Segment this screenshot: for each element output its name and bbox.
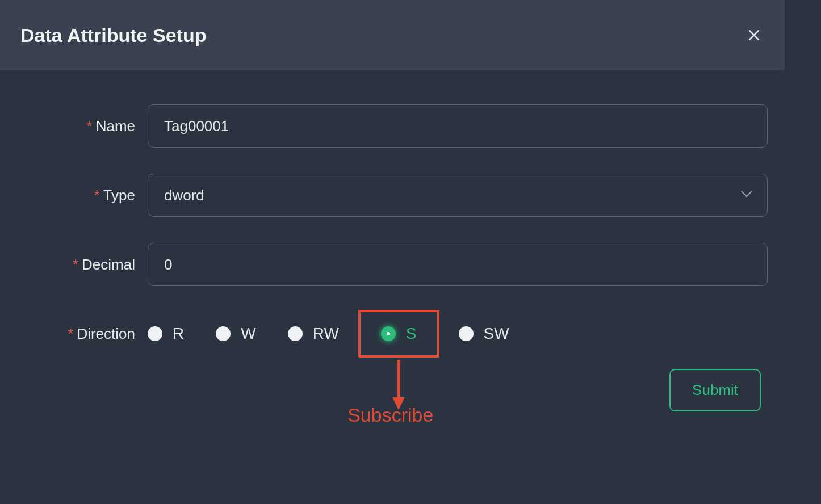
- dialog-title: Data Attribute Setup: [20, 24, 206, 47]
- radio-circle: [288, 326, 303, 341]
- radio-option-s[interactable]: S: [371, 325, 427, 343]
- radio-circle-selected: [381, 326, 396, 341]
- type-label: *Type: [17, 187, 148, 204]
- required-asterisk: *: [68, 325, 73, 342]
- radio-option-rw[interactable]: RW: [288, 325, 339, 343]
- name-label: *Name: [17, 117, 148, 135]
- radio-label-w: W: [241, 325, 255, 343]
- radio-label-s: S: [406, 325, 417, 343]
- type-select[interactable]: dword: [148, 174, 768, 217]
- close-icon[interactable]: [746, 27, 762, 43]
- direction-radio-group: R W RW S SW: [148, 312, 768, 355]
- type-label-text: Type: [103, 187, 135, 204]
- radio-circle: [216, 326, 231, 341]
- required-asterisk: *: [87, 117, 93, 135]
- dialog-body: *Name *Type dword *Decimal: [0, 70, 785, 448]
- radio-label-sw: SW: [484, 325, 509, 343]
- radio-label-rw: RW: [313, 325, 339, 343]
- name-label-text: Name: [96, 117, 135, 135]
- radio-option-w[interactable]: W: [216, 325, 255, 343]
- form-row-decimal: *Decimal: [17, 243, 768, 286]
- required-asterisk: *: [73, 256, 78, 273]
- dialog-footer: Submit: [17, 355, 768, 431]
- direction-label: *Direction: [17, 325, 148, 343]
- submit-button[interactable]: Submit: [669, 369, 761, 411]
- type-select-wrap: dword: [148, 174, 768, 217]
- decimal-input[interactable]: [148, 243, 768, 286]
- decimal-label: *Decimal: [17, 256, 148, 274]
- type-select-value: dword: [164, 187, 204, 204]
- radio-option-sw[interactable]: SW: [459, 325, 509, 343]
- form-row-direction: *Direction R W RW S: [17, 312, 768, 355]
- form-row-type: *Type dword: [17, 174, 768, 217]
- data-attribute-setup-dialog: Data Attribute Setup *Name *Type dword: [0, 0, 785, 448]
- radio-circle: [459, 326, 474, 341]
- decimal-label-text: Decimal: [82, 256, 135, 273]
- radio-label-r: R: [173, 325, 184, 343]
- required-asterisk: *: [94, 187, 100, 204]
- radio-option-r[interactable]: R: [148, 325, 184, 343]
- radio-circle: [148, 326, 162, 341]
- dialog-header: Data Attribute Setup: [0, 0, 785, 70]
- direction-label-text: Direction: [77, 325, 135, 342]
- form-row-name: *Name: [17, 104, 768, 148]
- name-input[interactable]: [148, 104, 768, 148]
